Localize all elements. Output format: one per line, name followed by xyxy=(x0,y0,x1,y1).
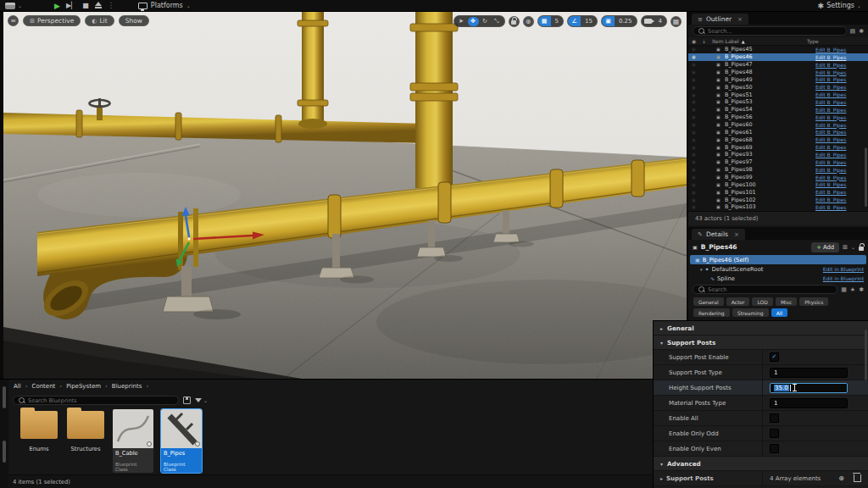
edit-blueprint-link[interactable]: Edit B_Pipes xyxy=(815,69,846,75)
filter-tab-actor[interactable]: Actor xyxy=(726,297,750,306)
eye-icon[interactable]: ◉ xyxy=(692,107,703,112)
outliner-row-b-pipes60[interactable]: ◉▣B_Pipes60Edit B_Pipes xyxy=(688,121,868,129)
breadcrumb-content[interactable]: Content xyxy=(32,383,56,390)
filter-dropdown[interactable]: ⌄ xyxy=(195,397,208,403)
asset-b-pipes[interactable]: B_PipesBlueprint Class xyxy=(161,409,202,473)
checkbox[interactable] xyxy=(770,413,779,423)
breadcrumb-pipesystem[interactable]: PipeSystem xyxy=(66,383,101,390)
edit-blueprint-link[interactable]: Edit B_Pipes xyxy=(815,159,846,165)
viewport-layout-button[interactable]: ▦ xyxy=(670,16,682,27)
eye-icon[interactable]: ◉ xyxy=(692,122,703,127)
component-row-spline[interactable]: ∿SplineEdit in Blueprint xyxy=(688,274,868,283)
filter-tab-misc[interactable]: Misc xyxy=(776,297,797,306)
eye-icon[interactable]: ◉ xyxy=(692,167,703,172)
outliner-search-input[interactable]: Search... xyxy=(693,26,847,36)
eject-button[interactable] xyxy=(95,2,102,6)
outliner-row-b-pipes68[interactable]: ◉▣B_Pipes68Edit B_Pipes xyxy=(688,136,868,143)
close-icon[interactable]: × xyxy=(734,231,739,238)
edit-blueprint-link[interactable]: Edit B_Pipes xyxy=(815,92,846,97)
outliner-row-b-pipes51[interactable]: ◉▣B_Pipes51Edit B_Pipes xyxy=(688,91,868,98)
outliner-row-b-pipes103[interactable]: ◉▣B_Pipes103Edit B_Pipes xyxy=(688,203,868,211)
show-dropdown[interactable]: Show xyxy=(119,15,149,26)
edit-blueprint-link[interactable]: Edit B_Pipes xyxy=(815,114,846,120)
stop-button[interactable]: ■ xyxy=(82,2,89,10)
eye-icon[interactable]: ◉ xyxy=(692,54,703,59)
eye-icon[interactable]: ◉ xyxy=(692,114,703,119)
eye-icon[interactable]: ◉ xyxy=(692,197,703,202)
eye-icon[interactable]: ◉ xyxy=(692,77,703,82)
eye-icon[interactable]: ◉ xyxy=(692,69,703,75)
lock-icon[interactable] xyxy=(859,247,864,251)
pin-column-icon[interactable]: ⇣ xyxy=(702,38,712,44)
checkbox[interactable]: ✓ xyxy=(770,352,779,362)
outliner-settings-icon[interactable]: ✱ xyxy=(859,28,864,35)
splitter-handle[interactable] xyxy=(3,441,6,463)
edit-blueprint-link[interactable]: Edit B_Pipes xyxy=(815,189,846,195)
eye-column-icon[interactable]: ◉ xyxy=(692,38,702,44)
edit-blueprint-link[interactable]: Edit B_Pipes xyxy=(815,107,846,113)
lit-dropdown[interactable]: ◐ Lit xyxy=(85,15,114,26)
add-element-icon[interactable]: ⊕ xyxy=(838,474,844,482)
lock-viewport-button[interactable] xyxy=(509,16,520,27)
outliner-row-b-pipes98[interactable]: ◉▣B_Pipes98Edit B_Pipes xyxy=(688,166,868,174)
splitter-handle[interactable] xyxy=(3,386,6,408)
edit-blueprint-link[interactable]: Edit B_Pipes xyxy=(815,62,846,68)
edit-blueprint-link[interactable]: Edit B_Pipes xyxy=(815,84,846,90)
outliner-row-b-pipes97[interactable]: ◉▣B_Pipes97Edit B_Pipes xyxy=(688,158,868,166)
outliner-row-b-pipes101[interactable]: ◉▣B_Pipes101Edit B_Pipes xyxy=(688,188,868,196)
checkbox[interactable] xyxy=(770,429,779,438)
outliner-row-b-pipes45[interactable]: ◉▣B_Pipes45Edit B_Pipes xyxy=(688,46,868,53)
filter-tab-physics[interactable]: Physics xyxy=(799,297,828,306)
eye-icon[interactable]: ◉ xyxy=(692,159,703,164)
section-header-general[interactable]: ▸General xyxy=(654,321,868,336)
value-input[interactable]: 1 xyxy=(770,398,848,408)
outliner-row-b-pipes50[interactable]: ◉▣B_Pipes50Edit B_Pipes xyxy=(688,83,868,91)
edit-blueprint-link[interactable]: Edit B_Pipes xyxy=(815,129,846,135)
details-settings-icon[interactable]: ✱ xyxy=(859,286,864,293)
component-row-b-pipes46-self-[interactable]: ▣B_Pipes46 (Self) xyxy=(690,255,866,264)
caret-icon[interactable]: ▸ xyxy=(660,475,663,481)
caret-icon[interactable]: ▸ xyxy=(660,325,663,331)
platforms-dropdown[interactable]: Platforms ⌄ xyxy=(138,2,191,9)
outliner-row-b-pipes48[interactable]: ◉▣B_Pipes48Edit B_Pipes xyxy=(688,69,868,76)
edit-in-blueprint-link[interactable]: Edit in Blueprint xyxy=(823,266,868,272)
outliner-row-b-pipes47[interactable]: ◉▣B_Pipes47Edit B_Pipes xyxy=(688,61,868,69)
asset-b-cable[interactable]: B_CableBlueprint Class xyxy=(113,409,153,473)
eye-icon[interactable]: ◉ xyxy=(692,182,703,187)
edit-blueprint-link[interactable]: Edit B_Pipes xyxy=(815,99,846,105)
create-folder-icon[interactable]: ▤ xyxy=(850,28,856,35)
eye-icon[interactable]: ◉ xyxy=(692,62,703,67)
scale-snap-control[interactable]: ▣ 0.25 xyxy=(601,15,637,27)
save-all-icon[interactable] xyxy=(183,396,191,404)
column-type[interactable]: Type xyxy=(807,38,819,44)
eye-icon[interactable]: ◉ xyxy=(692,85,703,90)
outliner-row-b-pipes46[interactable]: ◉▣B_Pipes46Edit B_Pipes xyxy=(688,53,868,61)
frame-skip-button[interactable]: ▶▏ xyxy=(66,2,76,10)
eye-icon[interactable]: ◉ xyxy=(692,152,703,157)
edit-blueprint-link[interactable]: Edit B_Pipes xyxy=(815,47,846,53)
content-search-input[interactable]: Search Blueprints xyxy=(13,396,179,405)
caret-icon[interactable]: ▾ xyxy=(660,340,663,346)
grid-snap-control[interactable]: ▦ 5 xyxy=(537,15,564,27)
eye-icon[interactable]: ◉ xyxy=(692,47,703,52)
edit-blueprint-link[interactable]: Edit B_Pipes xyxy=(815,144,846,150)
eye-icon[interactable]: ◉ xyxy=(692,145,703,150)
eye-icon[interactable]: ◉ xyxy=(692,175,703,180)
checkbox[interactable] xyxy=(770,444,779,453)
edit-blueprint-link[interactable]: Edit B_Pipes xyxy=(815,181,846,187)
value-input[interactable]: 35.0 xyxy=(770,383,848,393)
tab-details[interactable]: ✎ Details × xyxy=(692,229,745,240)
outliner-row-b-pipes93[interactable]: ◉▣B_Pipes93Edit B_Pipes xyxy=(688,151,868,158)
favorites-icon[interactable]: ★ xyxy=(850,286,855,293)
edit-blueprint-link[interactable]: Edit B_Pipes xyxy=(815,136,846,142)
play-button[interactable]: ▶ xyxy=(54,2,60,10)
filter-tab-general[interactable]: General xyxy=(693,297,724,306)
edit-blueprint-link[interactable]: Edit B_Pipes xyxy=(815,204,846,210)
select-tool-button[interactable]: ➤ xyxy=(456,17,467,26)
outliner-row-b-pipes69[interactable]: ◉▣B_Pipes69Edit B_Pipes xyxy=(688,143,868,151)
filter-tab-all[interactable]: All xyxy=(771,308,787,317)
play-options-menu[interactable]: ⋮ xyxy=(108,2,114,9)
eye-icon[interactable]: ◉ xyxy=(692,92,703,97)
section-header-advanced[interactable]: ▾Advanced xyxy=(654,457,868,471)
filter-tab-streaming[interactable]: Streaming xyxy=(732,308,769,317)
